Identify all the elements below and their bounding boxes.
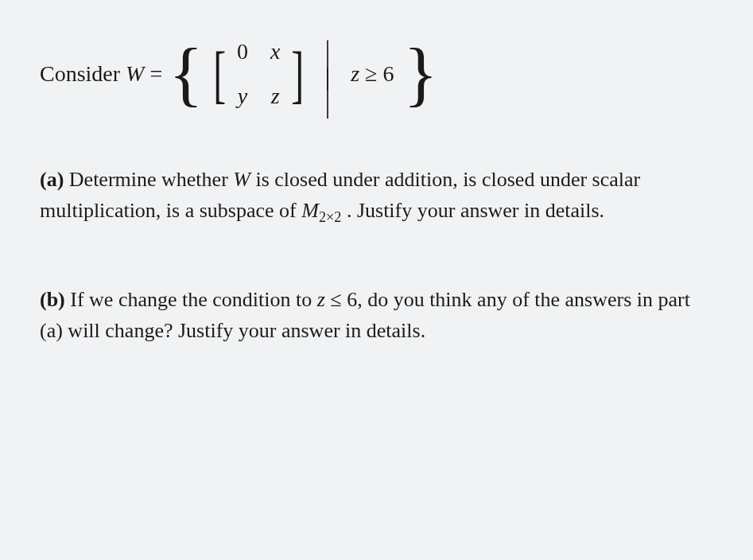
part-b: (b) If we change the condition to z ≤ 6,…	[40, 284, 713, 346]
cond-val: 6	[382, 61, 394, 86]
equals-sign: =	[144, 61, 162, 86]
var-W: W	[126, 61, 144, 86]
matrix-0-0: 0	[237, 35, 248, 68]
part-b-rel: ≤	[325, 288, 347, 311]
left-brace: {	[169, 52, 203, 95]
part-a-Msub: 2×2	[319, 209, 341, 225]
matrix-1-0: y	[237, 80, 248, 113]
cond-var: z	[351, 61, 359, 86]
part-b-text: (b) If we change the condition to z ≤ 6,…	[40, 284, 713, 346]
part-b-z: z	[317, 288, 325, 311]
part-a: (a) Determine whether W is closed under …	[40, 164, 713, 228]
part-a-t1: Determine whether	[64, 168, 233, 191]
right-bracket: ]	[291, 56, 304, 91]
definition-row: Consider W = { [ 0 x y z ] | | z ≥ 6 }	[40, 32, 713, 116]
consider-prefix: Consider	[40, 61, 126, 86]
such-that-bar: | |	[322, 46, 333, 102]
part-a-text: (a) Determine whether W is closed under …	[40, 164, 713, 228]
matrix-0-1: x	[270, 35, 280, 68]
part-a-W: W	[233, 168, 250, 191]
matrix-1-1: z	[270, 80, 280, 113]
part-a-label: (a)	[40, 168, 64, 191]
consider-text: Consider W =	[40, 57, 162, 91]
cond-rel: ≥	[359, 61, 382, 86]
left-bracket: [	[214, 56, 227, 91]
part-b-t1: If we change the condition to	[65, 288, 317, 311]
matrix: [ 0 x y z ]	[209, 32, 308, 116]
set-expression: { [ 0 x y z ] | | z ≥ 6 }	[169, 32, 437, 116]
part-a-M: M	[301, 199, 319, 222]
part-a-t3: . Justify your answer in details.	[341, 199, 604, 222]
matrix-entries: 0 x y z	[231, 32, 286, 116]
right-brace: }	[403, 52, 437, 95]
part-b-val: 6	[347, 288, 357, 311]
part-b-label: (b)	[40, 288, 65, 311]
set-condition: z ≥ 6	[351, 57, 394, 91]
